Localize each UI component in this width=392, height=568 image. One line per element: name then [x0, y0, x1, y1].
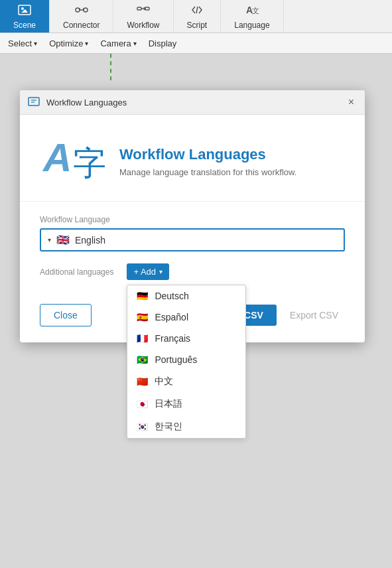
- svg-point-4: [84, 8, 88, 12]
- language-option-deutsch[interactable]: 🇩🇪 Deutsch: [127, 285, 245, 307]
- workflow-languages-dialog: Workflow Languages × A 字 Workflow Langua…: [20, 90, 365, 342]
- svg-line-11: [196, 7, 198, 13]
- display-label: Display: [149, 38, 177, 48]
- add-language-button[interactable]: + Add ▾: [127, 263, 169, 280]
- svg-rect-8: [137, 7, 141, 10]
- additional-languages-label: Additional languages: [40, 263, 113, 277]
- dialog-title-text: Workflow Languages: [46, 98, 346, 107]
- toolbar-language-label: Language: [234, 21, 269, 30]
- camera-label: Camera: [100, 38, 131, 48]
- export-csv-button[interactable]: Export CSV: [283, 305, 345, 326]
- dialog-close-button[interactable]: ×: [346, 96, 357, 108]
- espanol-label: Español: [155, 312, 188, 322]
- deutsch-flag-icon: 🇩🇪: [137, 291, 148, 301]
- select-menu[interactable]: Select ▾: [3, 36, 42, 50]
- language-option-espanol[interactable]: 🇪🇸 Español: [127, 307, 245, 328]
- language-icon: A 文: [245, 3, 259, 19]
- language-option-chinese[interactable]: 🇨🇳 中文: [127, 370, 245, 393]
- selected-language-flag: 🇬🇧: [56, 234, 70, 246]
- dialog-body: Workflow Language ▾ 🇬🇧 English Additiona…: [20, 202, 365, 293]
- export-button-label: Export CSV: [290, 310, 338, 320]
- workflow-icon: [136, 3, 151, 19]
- francais-flag-icon: 🇫🇷: [137, 333, 148, 344]
- select-caret-icon: ▾: [34, 40, 37, 47]
- optimize-menu[interactable]: Optimize ▾: [44, 36, 94, 50]
- language-select-field[interactable]: ▾ 🇬🇧 English: [40, 228, 345, 251]
- toolbar-connector[interactable]: Connector: [50, 0, 113, 33]
- modal-overlay: Workflow Languages × A 字 Workflow Langua…: [0, 54, 392, 568]
- language-dropdown-menu: 🇩🇪 Deutsch 🇪🇸 Español 🇫🇷 Français: [127, 285, 246, 439]
- script-icon: [190, 3, 204, 19]
- optimize-caret-icon: ▾: [85, 40, 88, 47]
- chinese-flag-icon: 🇨🇳: [137, 376, 148, 387]
- chinese-label: 中文: [155, 376, 173, 388]
- toolbar-script-label: Script: [187, 21, 208, 30]
- dialog-main-title: Workflow Languages: [119, 146, 296, 163]
- toolbar-connector-label: Connector: [63, 21, 99, 30]
- cjk-char-icon: 字: [73, 141, 106, 186]
- svg-point-3: [76, 8, 80, 12]
- select-field-caret-icon: ▾: [48, 236, 51, 244]
- korean-flag-icon: 🇰🇷: [137, 421, 148, 432]
- korean-label: 한국인: [155, 421, 182, 433]
- toolbar-script[interactable]: Script: [174, 0, 222, 33]
- add-button-caret-icon: ▾: [159, 268, 163, 275]
- deutsch-label: Deutsch: [155, 291, 188, 301]
- toolbar-language[interactable]: A 文 Language: [221, 0, 283, 33]
- dialog-titlebar: Workflow Languages ×: [20, 90, 365, 115]
- japanese-label: 日本語: [155, 398, 182, 410]
- close-button-label: Close: [54, 310, 78, 320]
- dialog-subtitle: Manage language translation for this wor…: [119, 167, 296, 177]
- language-option-portugues[interactable]: 🇧🇷 Português: [127, 349, 245, 370]
- francais-label: Français: [155, 333, 190, 344]
- svg-rect-14: [29, 98, 39, 106]
- camera-menu[interactable]: Camera ▾: [95, 36, 141, 50]
- toolbar-scene[interactable]: Scene: [0, 0, 50, 33]
- svg-text:文: 文: [252, 7, 259, 15]
- secondary-toolbar: Select ▾ Optimize ▾ Camera ▾ Display: [0, 33, 392, 54]
- selected-language-value: English: [75, 235, 105, 246]
- language-option-japanese[interactable]: 🇯🇵 日本語: [127, 393, 245, 415]
- scene-icon: [17, 3, 32, 19]
- svg-point-1: [21, 7, 24, 10]
- letter-A-icon: A: [43, 135, 72, 180]
- add-button-label: + Add: [133, 267, 156, 277]
- portugues-flag-icon: 🇧🇷: [137, 354, 148, 365]
- toolbar-workflow[interactable]: Workflow: [113, 0, 173, 33]
- workflow-language-label: Workflow Language: [40, 215, 345, 224]
- optimize-label: Optimize: [49, 38, 83, 48]
- dialog-header: A 字 Workflow Languages Manage language t…: [20, 115, 365, 202]
- language-option-korean[interactable]: 🇰🇷 한국인: [127, 415, 245, 438]
- espanol-flag-icon: 🇪🇸: [137, 312, 148, 322]
- camera-caret-icon: ▾: [133, 40, 137, 47]
- dialog-header-icon: A 字: [40, 135, 106, 188]
- additional-languages-row: Additional languages + Add ▾ 🇩🇪 Deutsch …: [40, 263, 345, 280]
- main-toolbar: Scene Connector Workflow: [0, 0, 392, 33]
- close-button[interactable]: Close: [40, 304, 92, 326]
- select-label: Select: [8, 38, 32, 48]
- toolbar-scene-label: Scene: [13, 21, 36, 30]
- toolbar-workflow-label: Workflow: [127, 21, 159, 30]
- portugues-label: Português: [155, 354, 197, 365]
- display-menu[interactable]: Display: [143, 36, 182, 50]
- add-language-dropdown-wrapper: + Add ▾ 🇩🇪 Deutsch 🇪🇸 Español: [127, 263, 169, 280]
- connector-icon: [74, 3, 89, 19]
- language-option-francais[interactable]: 🇫🇷 Français: [127, 328, 245, 349]
- japanese-flag-icon: 🇯🇵: [137, 399, 148, 409]
- dialog-header-text: Workflow Languages Manage language trans…: [119, 146, 296, 177]
- dialog-title-icon: [28, 96, 41, 109]
